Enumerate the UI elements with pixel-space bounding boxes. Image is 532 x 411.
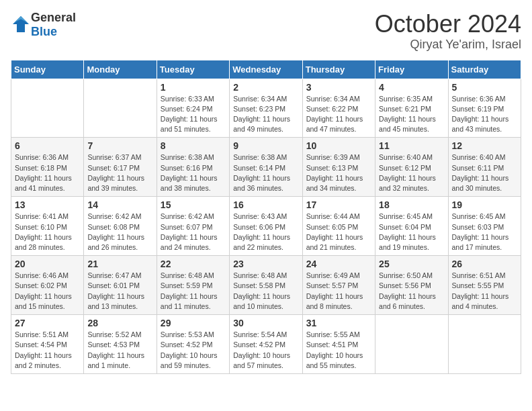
day-detail: Sunrise: 6:34 AMSunset: 6:23 PMDaylight:… [233, 94, 298, 135]
day-number: 21 [87, 259, 152, 269]
calendar-cell: 8Sunrise: 6:38 AMSunset: 6:16 PMDaylight… [157, 138, 229, 197]
header-wednesday: Wednesday [230, 60, 302, 79]
calendar-cell [375, 315, 448, 374]
day-number: 11 [379, 140, 444, 151]
calendar-cell: 19Sunrise: 6:45 AMSunset: 6:03 PMDayligh… [448, 197, 521, 256]
logo-icon [11, 14, 31, 34]
day-detail: Sunrise: 5:54 AMSunset: 4:52 PMDaylight:… [233, 330, 298, 371]
day-number: 18 [379, 199, 444, 210]
day-number: 9 [233, 140, 298, 151]
calendar-cell: 10Sunrise: 6:39 AMSunset: 6:13 PMDayligh… [302, 138, 375, 197]
day-number: 6 [15, 140, 80, 151]
day-detail: Sunrise: 6:48 AMSunset: 5:59 PMDaylight:… [161, 271, 226, 312]
day-detail: Sunrise: 6:50 AMSunset: 5:56 PMDaylight:… [379, 271, 444, 312]
calendar-cell [448, 315, 521, 374]
day-detail: Sunrise: 6:38 AMSunset: 6:16 PMDaylight:… [161, 152, 226, 193]
calendar-cell: 30Sunrise: 5:54 AMSunset: 4:52 PMDayligh… [230, 315, 302, 374]
day-detail: Sunrise: 6:51 AMSunset: 5:55 PMDaylight:… [452, 271, 517, 312]
header-tuesday: Tuesday [157, 60, 229, 79]
day-number: 26 [452, 259, 517, 269]
calendar-week-4: 20Sunrise: 6:46 AMSunset: 6:02 PMDayligh… [11, 256, 521, 315]
day-number: 14 [87, 199, 152, 210]
calendar-title: October 2024 [375, 11, 521, 38]
calendar-header-row: SundayMondayTuesdayWednesdayThursdayFrid… [11, 60, 521, 79]
day-detail: Sunrise: 6:46 AMSunset: 6:02 PMDaylight:… [15, 271, 80, 312]
calendar-cell: 7Sunrise: 6:37 AMSunset: 6:17 PMDaylight… [84, 138, 157, 197]
day-detail: Sunrise: 6:48 AMSunset: 5:58 PMDaylight:… [233, 271, 298, 312]
calendar-cell: 27Sunrise: 5:51 AMSunset: 4:54 PMDayligh… [11, 315, 84, 374]
day-detail: Sunrise: 6:45 AMSunset: 6:04 PMDaylight:… [379, 212, 444, 253]
day-detail: Sunrise: 6:41 AMSunset: 6:10 PMDaylight:… [15, 212, 80, 253]
header-monday: Monday [84, 60, 157, 79]
day-detail: Sunrise: 6:43 AMSunset: 6:06 PMDaylight:… [233, 212, 298, 253]
day-number: 24 [306, 259, 371, 269]
logo-general: General [31, 11, 76, 24]
calendar-cell: 31Sunrise: 5:55 AMSunset: 4:51 PMDayligh… [302, 315, 375, 374]
calendar-week-1: 1Sunrise: 6:33 AMSunset: 6:24 PMDaylight… [11, 79, 521, 138]
day-number: 1 [161, 82, 226, 93]
calendar-cell: 21Sunrise: 6:47 AMSunset: 6:01 PMDayligh… [84, 256, 157, 315]
calendar-cell: 16Sunrise: 6:43 AMSunset: 6:06 PMDayligh… [230, 197, 302, 256]
day-number: 3 [306, 82, 371, 93]
day-detail: Sunrise: 6:40 AMSunset: 6:12 PMDaylight:… [379, 152, 444, 193]
calendar-cell: 13Sunrise: 6:41 AMSunset: 6:10 PMDayligh… [11, 197, 84, 256]
day-number: 13 [15, 199, 80, 210]
header-thursday: Thursday [302, 60, 375, 79]
day-detail: Sunrise: 6:38 AMSunset: 6:14 PMDaylight:… [233, 152, 298, 193]
day-detail: Sunrise: 6:45 AMSunset: 6:03 PMDaylight:… [452, 212, 517, 253]
day-number: 2 [233, 82, 298, 93]
day-detail: Sunrise: 5:53 AMSunset: 4:52 PMDaylight:… [161, 330, 226, 371]
calendar-cell: 25Sunrise: 6:50 AMSunset: 5:56 PMDayligh… [375, 256, 448, 315]
day-number: 30 [233, 318, 298, 328]
day-detail: Sunrise: 6:36 AMSunset: 6:19 PMDaylight:… [452, 94, 517, 135]
logo: General Blue [11, 11, 76, 39]
title-block: October 2024 Qiryat Ye'arim, Israel [375, 11, 521, 52]
day-number: 29 [161, 318, 226, 328]
calendar-cell: 11Sunrise: 6:40 AMSunset: 6:12 PMDayligh… [375, 138, 448, 197]
day-detail: Sunrise: 6:42 AMSunset: 6:07 PMDaylight:… [161, 212, 226, 253]
calendar-cell: 22Sunrise: 6:48 AMSunset: 5:59 PMDayligh… [157, 256, 229, 315]
header-sunday: Sunday [11, 60, 84, 79]
calendar-cell: 26Sunrise: 6:51 AMSunset: 5:55 PMDayligh… [448, 256, 521, 315]
day-number: 5 [452, 82, 517, 93]
calendar-cell: 2Sunrise: 6:34 AMSunset: 6:23 PMDaylight… [230, 79, 302, 138]
calendar-week-3: 13Sunrise: 6:41 AMSunset: 6:10 PMDayligh… [11, 197, 521, 256]
calendar-cell: 18Sunrise: 6:45 AMSunset: 6:04 PMDayligh… [375, 197, 448, 256]
calendar-cell: 5Sunrise: 6:36 AMSunset: 6:19 PMDaylight… [448, 79, 521, 138]
calendar-cell [84, 79, 157, 138]
day-detail: Sunrise: 6:49 AMSunset: 5:57 PMDaylight:… [306, 271, 371, 312]
calendar-cell [11, 79, 84, 138]
day-number: 8 [161, 140, 226, 151]
day-number: 28 [87, 318, 152, 328]
calendar-cell: 4Sunrise: 6:35 AMSunset: 6:21 PMDaylight… [375, 79, 448, 138]
day-detail: Sunrise: 6:47 AMSunset: 6:01 PMDaylight:… [87, 271, 152, 312]
day-detail: Sunrise: 5:55 AMSunset: 4:51 PMDaylight:… [306, 330, 371, 371]
day-number: 25 [379, 259, 444, 269]
day-detail: Sunrise: 6:35 AMSunset: 6:21 PMDaylight:… [379, 94, 444, 135]
day-number: 19 [452, 199, 517, 210]
calendar-cell: 17Sunrise: 6:44 AMSunset: 6:05 PMDayligh… [302, 197, 375, 256]
day-detail: Sunrise: 6:33 AMSunset: 6:24 PMDaylight:… [161, 94, 226, 135]
day-detail: Sunrise: 6:34 AMSunset: 6:22 PMDaylight:… [306, 94, 371, 135]
logo-blue: Blue [31, 25, 57, 38]
header-saturday: Saturday [448, 60, 521, 79]
calendar-cell: 20Sunrise: 6:46 AMSunset: 6:02 PMDayligh… [11, 256, 84, 315]
day-detail: Sunrise: 5:51 AMSunset: 4:54 PMDaylight:… [15, 330, 80, 371]
day-number: 4 [379, 82, 444, 93]
day-detail: Sunrise: 6:36 AMSunset: 6:18 PMDaylight:… [15, 152, 80, 193]
calendar-week-5: 27Sunrise: 5:51 AMSunset: 4:54 PMDayligh… [11, 315, 521, 374]
day-number: 12 [452, 140, 517, 151]
calendar-cell: 3Sunrise: 6:34 AMSunset: 6:22 PMDaylight… [302, 79, 375, 138]
calendar-cell: 14Sunrise: 6:42 AMSunset: 6:08 PMDayligh… [84, 197, 157, 256]
day-number: 15 [161, 199, 226, 210]
day-detail: Sunrise: 5:52 AMSunset: 4:53 PMDaylight:… [87, 330, 152, 371]
day-number: 16 [233, 199, 298, 210]
calendar-week-2: 6Sunrise: 6:36 AMSunset: 6:18 PMDaylight… [11, 138, 521, 197]
header: General Blue October 2024 Qiryat Ye'arim… [11, 11, 521, 52]
day-number: 7 [87, 140, 152, 151]
day-number: 31 [306, 318, 371, 328]
day-number: 22 [161, 259, 226, 269]
calendar-table: SundayMondayTuesdayWednesdayThursdayFrid… [11, 60, 521, 374]
day-number: 27 [15, 318, 80, 328]
day-detail: Sunrise: 6:40 AMSunset: 6:11 PMDaylight:… [452, 152, 517, 193]
